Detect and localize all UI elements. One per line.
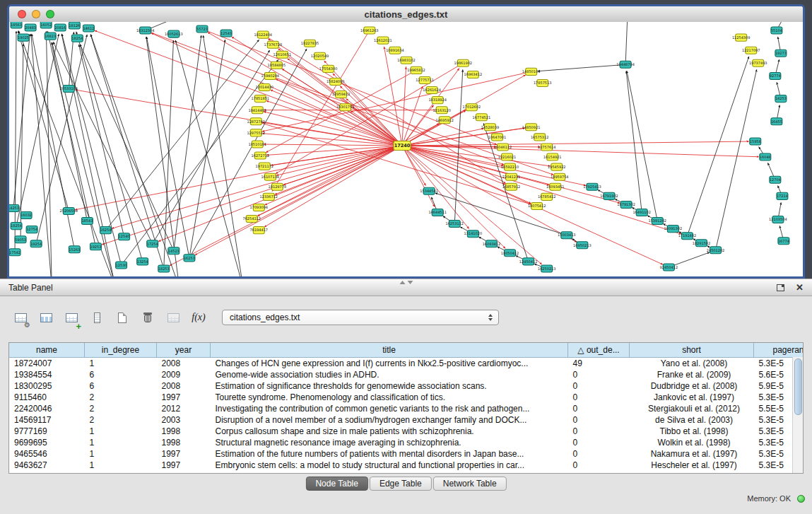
graph-edge[interactable] [625, 22, 628, 64]
graph-node-label: 18301752 [336, 105, 355, 109]
table-row[interactable]: 946554611997Estimation of the future num… [9, 448, 804, 460]
graph-edge[interactable] [15, 31, 16, 252]
cell: Yano et al. (2008) [630, 358, 754, 370]
graph-edge[interactable] [716, 69, 757, 250]
graph-node-label: 19448794 [616, 62, 635, 66]
graph-edge[interactable] [20, 44, 23, 240]
graph-node-label: 15958 [750, 139, 761, 144]
graph-edge[interactable] [75, 146, 402, 210]
graph-edge[interactable] [105, 40, 259, 230]
cell: 9115460 [9, 392, 85, 403]
show-columns-button[interactable] [37, 308, 55, 327]
graph-edge[interactable] [265, 146, 402, 205]
close-panel-icon[interactable]: ✕ [796, 283, 804, 292]
column-header-in_degree[interactable]: in_degree [85, 343, 157, 358]
zoom-window-icon[interactable] [46, 10, 54, 18]
column-header-pagerank[interactable]: pagerank [754, 343, 804, 358]
graph-edge[interactable] [687, 57, 748, 236]
cell: Estimation of significance thresholds fo… [211, 380, 568, 392]
attribute-table: namein_degreeyeartitle△ out_de...shortpa… [8, 342, 804, 474]
graph-edge[interactable] [80, 44, 174, 250]
graph-edge[interactable] [627, 71, 657, 221]
graph-edge[interactable] [122, 59, 278, 264]
graph-node-label: 16774521 [473, 115, 491, 119]
select-rows-button[interactable] [88, 308, 106, 327]
graph-node-label: 19253 [90, 245, 101, 249]
table-row[interactable]: 1872400712008Changes of HCN gene express… [9, 358, 804, 370]
graph-node-label: 16491102 [632, 210, 651, 214]
graph-edge[interactable] [164, 40, 174, 269]
graph-edge[interactable] [402, 141, 749, 146]
graph-node-label: 16254 [100, 228, 112, 232]
function-builder-button[interactable]: f(x) [189, 308, 208, 327]
table-settings-button[interactable]: ⚙ [11, 308, 30, 327]
float-panel-icon[interactable] [777, 284, 784, 291]
graph-node-label: 12975512 [247, 131, 265, 135]
graph-node-label: 19025 [18, 35, 29, 40]
graph-edge[interactable] [264, 112, 402, 146]
graph-edge[interactable] [262, 134, 402, 146]
column-header-name[interactable]: name [9, 343, 85, 358]
cell: 1997 [157, 460, 211, 471]
close-window-icon[interactable] [18, 10, 26, 18]
tab-network-table[interactable]: Network Table [433, 477, 507, 491]
new-table-button[interactable] [113, 308, 131, 327]
graph-edge[interactable] [170, 146, 402, 266]
graph-node-label: 17214 [777, 194, 788, 198]
column-header-short[interactable]: short [630, 343, 754, 358]
network-canvas[interactable]: 1724018122404173767281261065118584805159… [9, 22, 803, 276]
tab-edge-table[interactable]: Edge Table [370, 477, 432, 491]
table-row[interactable]: 1456911722003Disruption of a novel membe… [9, 414, 804, 426]
table-row[interactable]: 2242004622012Investigating the contribut… [9, 403, 804, 414]
cell: 1 [85, 426, 157, 437]
cell: Corpus callosum shape and size in male p… [211, 426, 568, 437]
cell: Franke et al. (2009) [630, 369, 754, 380]
graph-edge[interactable] [538, 64, 625, 71]
column-header-year[interactable]: year [157, 343, 211, 358]
graph-edge[interactable] [46, 31, 52, 276]
graph-edge[interactable] [158, 146, 402, 241]
table-row[interactable]: 911546021997Tourette syndrome. Phenomeno… [9, 392, 804, 403]
graph-edge[interactable] [202, 29, 497, 145]
graph-node-label: 18254 [11, 223, 22, 228]
window-titlebar[interactable]: citations_edges.txt [9, 6, 803, 23]
import-table-button[interactable] [164, 308, 182, 327]
graph-node-label: 20816 [54, 25, 66, 30]
table-row[interactable]: 969969511998Structural magnetic resonanc… [9, 437, 804, 448]
window-controls [18, 10, 54, 18]
create-column-button[interactable]: + [62, 308, 81, 327]
graph-edge[interactable] [32, 34, 74, 250]
cell: Jankovic et al. (1997) [630, 392, 754, 403]
graph-edge[interactable] [61, 34, 115, 276]
graph-edge[interactable] [146, 37, 189, 258]
graph-node-label: 55104 [771, 28, 782, 33]
column-header-title[interactable]: title [211, 343, 568, 358]
graph-edge[interactable] [189, 40, 225, 258]
graph-edge[interactable] [402, 146, 759, 157]
graph-edge[interactable] [174, 35, 201, 251]
gear-icon: ⚙ [24, 322, 30, 329]
table-selector[interactable]: citations_edges.txt [222, 310, 499, 325]
table-row[interactable]: 1938455462009Genome-wide association stu… [9, 369, 804, 380]
scrollbar-thumb[interactable] [794, 358, 802, 415]
table-row[interactable]: 1830029562008Estimation of significance … [9, 380, 804, 392]
graph-edge[interactable] [208, 33, 402, 146]
graph-edge[interactable] [402, 146, 505, 248]
column-header-out_de[interactable]: △ out_de... [568, 343, 630, 358]
cell: 1997 [157, 448, 211, 460]
table-row[interactable]: 977716911998Corpus callosum shape and si… [9, 426, 804, 437]
table-row[interactable]: 946362711997Embryonic stem cells: a mode… [9, 460, 804, 471]
graph-node-label: 17925413 [583, 185, 601, 189]
minimize-window-icon[interactable] [32, 10, 40, 18]
graph-edge[interactable] [402, 66, 406, 146]
splitter-handle[interactable] [399, 281, 413, 284]
graph-edge[interactable] [95, 30, 402, 146]
tab-node-table[interactable]: Node Table [305, 477, 368, 491]
delete-table-button[interactable] [139, 308, 157, 327]
graph-edge[interactable] [402, 86, 423, 146]
table-scrollbar[interactable] [792, 357, 803, 473]
graph-edge[interactable] [195, 146, 402, 255]
graph-edge[interactable] [626, 71, 642, 212]
memory-indicator [797, 495, 805, 503]
graph-node-label: 18312304 [136, 28, 155, 33]
